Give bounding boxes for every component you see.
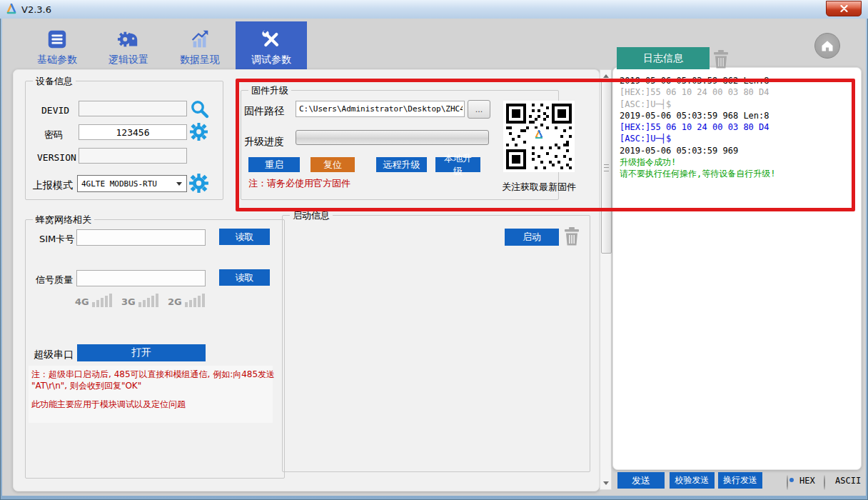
qr-code [503,101,575,172]
log-line: [ASC:]U─┤$ [620,99,852,110]
tools-icon [260,26,283,52]
tab-label: 数据呈现 [180,54,220,66]
chart-icon [188,26,211,52]
device-info-title: 设备信息 [33,75,76,88]
firmware-path-label: 固件路径 [244,105,284,118]
signal-band-2g: 2G [168,293,205,307]
devid-field[interactable] [79,101,187,116]
newline-send-button[interactable]: 换行发送 [718,472,762,489]
log-info-button[interactable]: 日志信息 [617,47,710,69]
band-label: 4G [75,296,89,307]
browse-button[interactable]: ... [468,100,490,119]
restart-button[interactable]: 重启 [248,157,300,172]
hex-radio[interactable] [787,475,788,490]
app-window: { "window": { "title": "V2.3.6" }, "tabs… [0,0,868,500]
gear-head-icon [117,26,140,52]
tab-logic-settings[interactable]: 逻辑设置 [93,21,164,71]
firmware-note: 注：请务必使用官方固件 [248,178,350,189]
report-mode-label: 上报模式 [33,179,73,192]
chevron-down-icon [176,182,182,186]
scrollbar-grip [604,164,609,171]
log-line: [HEX:]55 06 10 24 00 03 80 D4 [620,121,852,133]
tab-label: 基础参数 [37,54,77,66]
gear-icon[interactable] [189,122,208,141]
serial-note-line3: 此功能主要应用于模块调试以及定位问题 [31,399,186,410]
signal-band-3g: 3G [121,293,158,307]
start-button[interactable]: 启动 [505,229,559,246]
read-signal-button[interactable]: 读取 [219,269,270,286]
serial-note-line2: "AT\r\n", 则会收到回复"OK" [31,380,141,391]
ascii-radio-label: ASCII [835,476,861,486]
checksum-send-button[interactable]: 校验发送 [670,472,715,489]
hex-radio-label: HEX [799,476,815,486]
log-output[interactable]: 2019-05-06 05:03:59 862 Len:8 [HEX:]55 0… [620,75,852,180]
close-button[interactable] [826,1,862,16]
trash-icon[interactable] [564,227,580,246]
sim-field[interactable] [76,229,206,246]
band-label: 2G [168,296,182,307]
log-line: 2019-05-06 05:03:59 968 Len:8 [620,110,852,121]
title-bar: V2.3.6 [0,0,868,19]
signal-band-4g: 4G [75,293,112,307]
firmware-title: 固件升级 [248,84,291,97]
open-serial-button[interactable]: 打开 [77,344,206,361]
tab-debug-params[interactable]: 调试参数 [236,21,307,71]
startup-title: 启动信息 [290,209,333,222]
upgrade-progress-bar [296,130,489,145]
log-line: 升级指令成功! [620,156,852,168]
password-label: 密码 [44,129,63,141]
devid-label: DEVID [41,105,69,116]
search-icon[interactable] [189,99,210,119]
log-line: 2019-05-06 05:03:59 969 [620,145,852,156]
report-mode-select[interactable]: 4GLTE MODBUS-RTU [77,175,187,192]
home-icon [820,39,834,53]
read-sim-button[interactable]: 读取 [219,229,270,245]
log-line: [HEX:]55 06 10 24 00 03 80 D4 [620,86,852,98]
content-scrollbar[interactable] [600,69,612,490]
remote-upgrade-button[interactable]: 远程升级 [376,157,427,172]
tab-label: 逻辑设置 [108,54,148,66]
window-title: V2.3.6 [21,4,51,15]
band-label: 3G [121,296,136,307]
qr-caption: 关注获取最新固件 [502,181,576,194]
version-field[interactable] [79,148,187,164]
signal-quality-label: 信号质量 [36,274,73,286]
trash-icon[interactable] [713,50,729,69]
startup-info-group: 启动信息 [282,215,590,472]
version-label: VERSION [37,152,76,163]
tab-basic-params[interactable]: 基础参数 [21,21,93,71]
serial-note-line1: 注：超级串口启动后, 485可以直接和模组通信, 例如:向485发送 [31,369,275,380]
super-serial-label: 超级串口 [34,349,74,361]
app-logo-icon [6,4,17,15]
firmware-path-field[interactable] [296,101,465,117]
log-line: 请不要执行任何操作,等待设备自行升级! [620,168,852,179]
log-line: 2019-05-06 05:03:59 862 Len:8 [620,75,852,86]
ascii-radio[interactable] [824,475,825,490]
scrollbar-thumb[interactable] [601,81,612,254]
qr-pattern-icon [506,104,572,169]
log-line: [ASC:]U─┤$ [620,133,852,144]
home-button[interactable] [814,33,840,59]
gear-icon[interactable] [188,173,209,194]
send-button[interactable]: 发送 [617,472,665,489]
upgrade-progress-label: 升级进度 [244,136,284,149]
password-field[interactable] [79,124,187,140]
local-upgrade-button[interactable]: 本地升级 [435,157,480,172]
signal-bars-icon [92,293,112,307]
list-icon [46,26,69,52]
scroll-down-arrow-icon[interactable] [603,481,609,485]
signal-quality-field[interactable] [76,270,206,286]
reset-button[interactable]: 复位 [311,157,355,172]
sim-label: SIM卡号 [39,233,74,246]
cellular-title: 蜂窝网络相关 [33,214,94,226]
scroll-up-arrow-icon[interactable] [603,74,609,78]
signal-bars-icon [138,293,158,307]
tab-data-display[interactable]: 数据呈现 [164,21,236,71]
tab-label: 调试参数 [251,54,291,66]
signal-bars-icon [185,293,205,307]
close-icon [840,5,848,12]
report-mode-value: 4GLTE MODBUS-RTU [78,179,157,189]
